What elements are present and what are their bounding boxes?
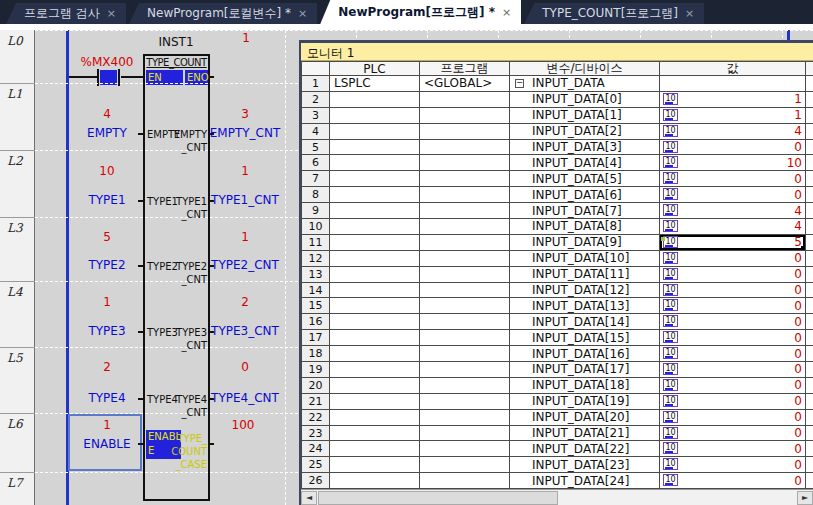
cell-program[interactable] [420,362,510,378]
cell-plc[interactable] [330,92,420,108]
cell-program[interactable] [420,92,510,108]
cell-variable[interactable]: INPUT_DATA[0] [510,92,660,108]
monitor-row[interactable]: 12INPUT_DATA[10]010 [301,251,813,267]
cell-value[interactable]: 410 [660,219,806,235]
cell-plc[interactable] [330,394,420,410]
cell-value[interactable]: 010 [660,410,806,426]
cell-variable[interactable]: INPUT_DATA[24] [510,473,660,489]
cell-variable[interactable]: INPUT_DATA[7] [510,203,660,219]
monitor-window-title[interactable]: 모니터 1 [301,43,813,61]
scroll-thumb[interactable] [318,491,558,505]
tab-2[interactable]: NewProgram[로컬변수] *× [129,3,317,24]
cell-value[interactable]: 010 [660,362,806,378]
cell-program[interactable] [420,251,510,267]
monitor-row[interactable]: 1LSPLC<GLOBAL>INPUT_DATA− [301,76,813,92]
cell-variable[interactable]: INPUT_DATA[14] [510,314,660,330]
monitor-row[interactable]: 6INPUT_DATA[4]1010 [301,155,813,171]
cell-variable[interactable]: INPUT_DATA[3] [510,140,660,156]
cell-value[interactable]: 010 [660,441,806,457]
monitor-row[interactable]: 2INPUT_DATA[0]110 [301,92,813,108]
cell-program[interactable] [420,124,510,140]
cell-variable[interactable]: INPUT_DATA[4] [510,155,660,171]
cell-program[interactable] [420,140,510,156]
output-variable-label[interactable]: TYPE2_CNT [211,258,279,272]
output-variable-label[interactable]: TYPE3_CNT [211,324,279,338]
cell-plc[interactable] [330,267,420,283]
cell-variable[interactable]: INPUT_DATA[1] [510,108,660,124]
scroll-right-arrow[interactable]: ► [797,491,813,505]
input-variable-label[interactable]: TYPE1 [88,193,125,207]
cell-variable[interactable]: INPUT_DATA− [510,76,660,92]
cell-program[interactable] [420,426,510,442]
monitor-row[interactable]: 19INPUT_DATA[17]010 [301,362,813,378]
tab-close-icon[interactable]: × [107,8,116,19]
cell-plc[interactable] [330,171,420,187]
header-PLC[interactable]: PLC [330,61,420,76]
monitor-row[interactable]: 14INPUT_DATA[12]010 [301,283,813,299]
cell-plc[interactable] [330,108,420,124]
cell-value-selected[interactable]: 510 [660,235,806,251]
monitor-row[interactable]: 7INPUT_DATA[5]010 [301,171,813,187]
monitor-row[interactable]: 16INPUT_DATA[14]010 [301,314,813,330]
input-variable-label[interactable]: TYPE3 [88,324,125,338]
cell-value[interactable]: 010 [660,140,806,156]
cell-value[interactable]: 010 [660,473,806,489]
cell-value[interactable]: 010 [660,283,806,299]
output-variable-label[interactable]: EMPTY_CNT [210,126,281,140]
cell-program[interactable] [420,298,510,314]
input-variable-label[interactable]: TYPE2 [88,258,125,272]
cell-variable[interactable]: INPUT_DATA[21] [510,426,660,442]
cell-plc[interactable] [330,346,420,362]
cell-program[interactable] [420,187,510,203]
cell-plc[interactable] [330,330,420,346]
cell-plc[interactable] [330,441,420,457]
cell-plc[interactable] [330,378,420,394]
cell-variable[interactable]: INPUT_DATA[2] [510,124,660,140]
cell-program[interactable] [420,267,510,283]
monitor-row[interactable]: 13INPUT_DATA[11]010 [301,267,813,283]
header-값[interactable]: 값 [660,61,806,76]
cell-value[interactable]: 1010 [660,155,806,171]
monitor-horizontal-scrollbar[interactable]: ◄ ► [301,489,813,505]
monitor-row[interactable]: 10INPUT_DATA[8]410 [301,219,813,235]
monitor-row[interactable]: 26INPUT_DATA[24]010 [301,473,813,489]
output-variable-label[interactable]: TYPE1_CNT [211,193,279,207]
monitor-row[interactable]: 8INPUT_DATA[6]010 [301,187,813,203]
cell-variable[interactable]: INPUT_DATA[16] [510,346,660,362]
tab-close-icon[interactable]: × [502,7,511,18]
cell-program[interactable]: <GLOBAL> [420,76,510,92]
cell-variable[interactable]: INPUT_DATA[20] [510,410,660,426]
cell-plc[interactable] [330,251,420,267]
monitor-row[interactable]: 20INPUT_DATA[18]010 [301,378,813,394]
cell-plc[interactable] [330,362,420,378]
contact-address[interactable]: %MX400 [81,55,134,69]
cell-program[interactable] [420,235,510,251]
cell-plc[interactable] [330,283,420,299]
cell-value[interactable]: 410 [660,203,806,219]
cell-value[interactable]: 010 [660,394,806,410]
cell-variable[interactable]: INPUT_DATA[10] [510,251,660,267]
cell-program[interactable] [420,314,510,330]
cell-plc[interactable] [330,187,420,203]
cell-plc[interactable] [330,410,420,426]
cell-plc[interactable]: LSPLC [330,76,420,92]
cell-value[interactable]: 010 [660,187,806,203]
monitor-row[interactable]: 22INPUT_DATA[20]010 [301,410,813,426]
cell-plc[interactable] [330,235,420,251]
fb-pin-output[interactable]: EMPTY _CNT [145,128,207,154]
cell-variable[interactable]: INPUT_DATA[22] [510,441,660,457]
tab-close-icon[interactable]: × [685,8,694,19]
cell-program[interactable] [420,394,510,410]
monitor-row[interactable]: 23INPUT_DATA[21]010 [301,426,813,442]
cell-value[interactable]: 010 [660,378,806,394]
cell-program[interactable] [420,155,510,171]
cell-value[interactable] [660,76,806,92]
cell-value[interactable]: 010 [660,171,806,187]
cell-plc[interactable] [330,314,420,330]
cell-program[interactable] [420,171,510,187]
fb-pin-output[interactable]: TYPE4 _CNT [145,393,207,419]
cell-plc[interactable] [330,473,420,489]
cell-variable[interactable]: INPUT_DATA[8] [510,219,660,235]
cell-program[interactable] [420,203,510,219]
cell-value[interactable]: 010 [660,330,806,346]
